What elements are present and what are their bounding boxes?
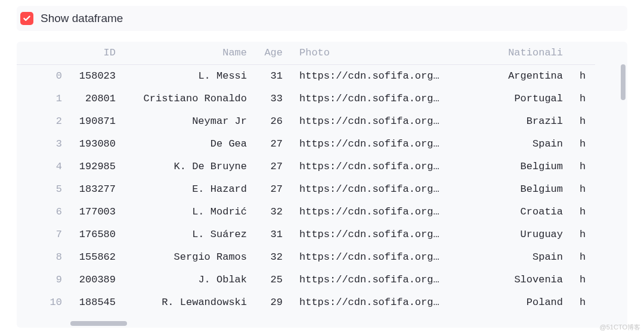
header-row: ID Name Age Photo Nationali xyxy=(17,42,595,64)
header-index xyxy=(17,42,70,64)
checkbox-checked-icon[interactable] xyxy=(20,12,33,25)
header-name[interactable]: Name xyxy=(124,42,255,64)
cell-photo: https://cdn.sofifa.org… xyxy=(291,110,470,132)
cell-nationality: Uruguay xyxy=(470,223,571,245)
cell-nationality: Argentina xyxy=(470,64,571,87)
cell-nationality: Croatia xyxy=(470,200,571,223)
cell-nationality: Poland xyxy=(470,291,571,313)
table-row[interactable]: 120801Cristiano Ronaldo33https://cdn.sof… xyxy=(17,87,595,110)
row-index: 10 xyxy=(17,291,70,313)
cell-name: L. Messi xyxy=(124,64,255,87)
table-row[interactable]: 5183277E. Hazard27https://cdn.sofifa.org… xyxy=(17,178,595,200)
cell-flag: h xyxy=(571,87,595,110)
cell-name: R. Lewandowski xyxy=(124,291,255,313)
cell-age: 25 xyxy=(255,268,291,291)
cell-id: 158023 xyxy=(70,64,124,87)
cell-name: L. Suárez xyxy=(124,223,255,245)
row-index: 9 xyxy=(17,268,70,291)
header-id[interactable]: ID xyxy=(70,42,124,64)
table-row[interactable]: 10188545R. Lewandowski29https://cdn.sofi… xyxy=(17,291,595,313)
dataframe-container: ID Name Age Photo Nationali 0158023L. Me… xyxy=(17,42,627,328)
cell-flag: h xyxy=(571,291,595,313)
header-flag[interactable] xyxy=(571,42,595,64)
cell-photo: https://cdn.sofifa.org… xyxy=(291,268,470,291)
cell-flag: h xyxy=(571,132,595,155)
vertical-scrollbar[interactable] xyxy=(621,64,626,100)
cell-photo: https://cdn.sofifa.org… xyxy=(291,64,470,87)
cell-id: 193080 xyxy=(70,132,124,155)
cell-id: 192985 xyxy=(70,155,124,178)
table-row[interactable]: 8155862Sergio Ramos32https://cdn.sofifa.… xyxy=(17,245,595,268)
dataframe-scroll-area[interactable]: ID Name Age Photo Nationali 0158023L. Me… xyxy=(17,42,627,328)
checkbox-label: Show dataframe xyxy=(41,12,123,25)
row-index: 2 xyxy=(17,110,70,132)
horizontal-scrollbar[interactable] xyxy=(70,321,127,326)
cell-id: 20801 xyxy=(70,87,124,110)
table-row[interactable]: 3193080De Gea27https://cdn.sofifa.org…Sp… xyxy=(17,132,595,155)
cell-name: E. Hazard xyxy=(124,178,255,200)
row-index: 3 xyxy=(17,132,70,155)
cell-age: 27 xyxy=(255,155,291,178)
cell-flag: h xyxy=(571,178,595,200)
cell-nationality: Brazil xyxy=(470,110,571,132)
cell-name: K. De Bruyne xyxy=(124,155,255,178)
cell-id: 155862 xyxy=(70,245,124,268)
header-age[interactable]: Age xyxy=(255,42,291,64)
cell-name: Sergio Ramos xyxy=(124,245,255,268)
show-dataframe-checkbox-row[interactable]: Show dataframe xyxy=(17,6,627,31)
cell-flag: h xyxy=(571,64,595,87)
cell-flag: h xyxy=(571,245,595,268)
cell-id: 188545 xyxy=(70,291,124,313)
cell-nationality: Spain xyxy=(470,132,571,155)
cell-photo: https://cdn.sofifa.org… xyxy=(291,245,470,268)
table-row[interactable]: 2190871Neymar Jr26https://cdn.sofifa.org… xyxy=(17,110,595,132)
row-index: 7 xyxy=(17,223,70,245)
cell-age: 27 xyxy=(255,178,291,200)
cell-nationality: Belgium xyxy=(470,178,571,200)
table-row[interactable]: 7176580L. Suárez31https://cdn.sofifa.org… xyxy=(17,223,595,245)
cell-flag: h xyxy=(571,200,595,223)
row-index: 8 xyxy=(17,245,70,268)
cell-nationality: Spain xyxy=(470,245,571,268)
cell-flag: h xyxy=(571,268,595,291)
cell-flag: h xyxy=(571,223,595,245)
cell-name: L. Modrić xyxy=(124,200,255,223)
table-row[interactable]: 6177003L. Modrić32https://cdn.sofifa.org… xyxy=(17,200,595,223)
cell-photo: https://cdn.sofifa.org… xyxy=(291,155,470,178)
cell-age: 31 xyxy=(255,223,291,245)
cell-age: 31 xyxy=(255,64,291,87)
row-index: 0 xyxy=(17,64,70,87)
table-row[interactable]: 0158023L. Messi31https://cdn.sofifa.org…… xyxy=(17,64,595,87)
cell-name: J. Oblak xyxy=(124,268,255,291)
table-row[interactable]: 4192985K. De Bruyne27https://cdn.sofifa.… xyxy=(17,155,595,178)
cell-photo: https://cdn.sofifa.org… xyxy=(291,132,470,155)
cell-id: 177003 xyxy=(70,200,124,223)
cell-age: 27 xyxy=(255,132,291,155)
row-index: 5 xyxy=(17,178,70,200)
cell-nationality: Belgium xyxy=(470,155,571,178)
dataframe-table: ID Name Age Photo Nationali 0158023L. Me… xyxy=(17,42,595,313)
header-nationality[interactable]: Nationali xyxy=(470,42,571,64)
cell-photo: https://cdn.sofifa.org… xyxy=(291,87,470,110)
cell-photo: https://cdn.sofifa.org… xyxy=(291,178,470,200)
cell-id: 183277 xyxy=(70,178,124,200)
cell-id: 190871 xyxy=(70,110,124,132)
cell-photo: https://cdn.sofifa.org… xyxy=(291,291,470,313)
cell-age: 32 xyxy=(255,200,291,223)
cell-age: 33 xyxy=(255,87,291,110)
cell-photo: https://cdn.sofifa.org… xyxy=(291,200,470,223)
row-index: 6 xyxy=(17,200,70,223)
cell-photo: https://cdn.sofifa.org… xyxy=(291,223,470,245)
cell-flag: h xyxy=(571,110,595,132)
header-photo[interactable]: Photo xyxy=(291,42,470,64)
row-index: 4 xyxy=(17,155,70,178)
cell-name: Cristiano Ronaldo xyxy=(124,87,255,110)
watermark-text: @51CTO博客 xyxy=(600,323,640,332)
cell-name: Neymar Jr xyxy=(124,110,255,132)
row-index: 1 xyxy=(17,87,70,110)
cell-age: 32 xyxy=(255,245,291,268)
cell-name: De Gea xyxy=(124,132,255,155)
table-row[interactable]: 9200389J. Oblak25https://cdn.sofifa.org…… xyxy=(17,268,595,291)
cell-nationality: Slovenia xyxy=(470,268,571,291)
cell-flag: h xyxy=(571,155,595,178)
